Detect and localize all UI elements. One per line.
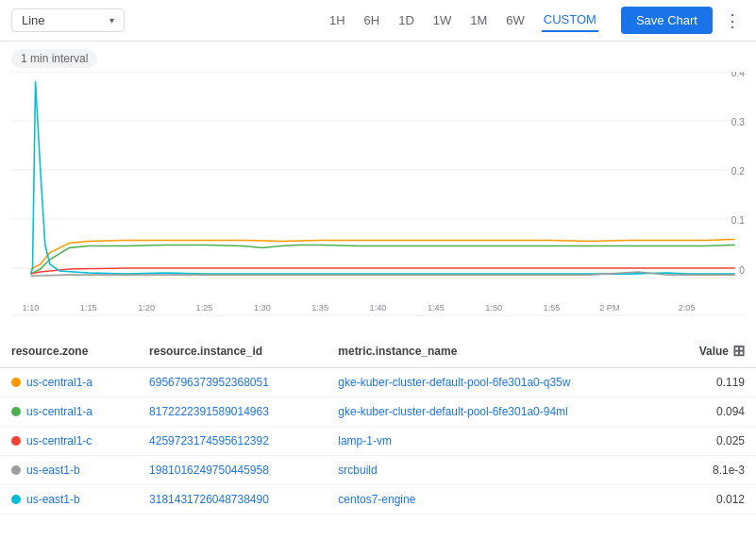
svg-text:0.1: 0.1 [731, 215, 745, 226]
time-filter-1d[interactable]: 1D [396, 9, 416, 31]
svg-text:1:25: 1:25 [196, 303, 213, 312]
line-chart-svg: 0.4 0.3 0.2 0.1 0 1:10 1:15 1:20 1:25 1:… [11, 72, 745, 317]
svg-text:1:10: 1:10 [23, 303, 40, 312]
cell-zone-4: us-east1-b [0, 485, 138, 515]
svg-text:1:55: 1:55 [544, 303, 561, 312]
svg-text:1:20: 1:20 [138, 303, 155, 312]
col-header-value: Value ⊞ [665, 334, 756, 368]
time-filter-1h[interactable]: 1H [328, 9, 347, 31]
table-row: us-east1-b 3181431726048738490 centos7-e… [0, 485, 756, 515]
time-filter-group: 1H 6H 1D 1W 1M 6W CUSTOM [328, 8, 598, 32]
cell-value-2: 0.025 [665, 427, 756, 456]
instance-id-link-3[interactable]: 1981016249750445958 [149, 464, 269, 477]
time-filter-1w[interactable]: 1W [431, 9, 454, 31]
legend-dot-2 [11, 436, 21, 446]
svg-text:0.3: 0.3 [731, 117, 745, 127]
table-header-row: resource.zone resource.instance_id metri… [0, 334, 756, 368]
cell-metric-4: centos7-engine [327, 485, 665, 515]
cell-metric-2: lamp-1-vm [327, 427, 665, 456]
chart-type-dropdown[interactable]: Line ▾ [11, 8, 125, 32]
svg-text:2 PM: 2 PM [599, 303, 619, 312]
cell-value-0: 0.119 [665, 368, 756, 397]
chart-svg-wrapper: 0.4 0.3 0.2 0.1 0 1:10 1:15 1:20 1:25 1:… [11, 72, 745, 317]
time-filter-1m[interactable]: 1M [468, 9, 489, 31]
svg-text:1:45: 1:45 [428, 303, 445, 312]
legend-dot-4 [11, 495, 21, 504]
metric-name-link-0[interactable]: gke-kuber-cluster-default-pool-6fe301a0-… [338, 376, 570, 389]
metric-name-link-3[interactable]: srcbuild [338, 464, 377, 477]
svg-text:1:35: 1:35 [311, 303, 328, 312]
cell-zone-2: us-central1-c [0, 427, 138, 456]
chart-type-label: Line [22, 13, 102, 27]
svg-text:0.2: 0.2 [731, 166, 745, 177]
chart-line-green [30, 245, 734, 275]
instance-id-link-2[interactable]: 4259723174595612392 [149, 434, 269, 447]
metrics-table: resource.zone resource.instance_id metri… [0, 334, 756, 515]
cell-metric-0: gke-kuber-cluster-default-pool-6fe301a0-… [327, 368, 665, 397]
metric-name-link-4[interactable]: centos7-engine [338, 493, 415, 506]
table-row: us-central1-c 4259723174595612392 lamp-1… [0, 427, 756, 456]
chart-line-orange [30, 239, 734, 269]
cell-instance-id-3: 1981016249750445958 [138, 456, 327, 485]
svg-text:0.4: 0.4 [731, 72, 745, 78]
legend-dot-3 [11, 465, 21, 475]
time-filter-6h[interactable]: 6H [362, 9, 382, 31]
dropdown-arrow-icon: ▾ [109, 15, 114, 25]
zone-link-3[interactable]: us-east1-b [26, 464, 80, 477]
metric-name-link-1[interactable]: gke-kuber-cluster-default-pool-6fe301a0-… [338, 405, 567, 418]
header-bar: Line ▾ 1H 6H 1D 1W 1M 6W CUSTOM Save Cha… [0, 0, 756, 42]
interval-badge: 1 min interval [11, 49, 97, 68]
zone-link-1[interactable]: us-central1-a [26, 405, 92, 418]
zone-link-0[interactable]: us-central1-a [26, 376, 92, 389]
legend-dot-0 [11, 378, 21, 387]
zone-link-2[interactable]: us-central1-c [26, 434, 92, 447]
svg-text:2:05: 2:05 [679, 303, 696, 312]
table-row: us-central1-a 8172222391589014963 gke-ku… [0, 397, 756, 427]
svg-text:1:50: 1:50 [485, 303, 502, 312]
cell-instance-id-4: 3181431726048738490 [138, 485, 327, 515]
cell-metric-1: gke-kuber-cluster-default-pool-6fe301a0-… [327, 397, 665, 427]
table-column-icon[interactable]: ⊞ [732, 342, 745, 360]
cell-value-4: 0.012 [665, 485, 756, 515]
instance-id-link-1[interactable]: 8172222391589014963 [149, 405, 269, 418]
svg-text:1:15: 1:15 [80, 303, 97, 312]
time-filter-custom[interactable]: CUSTOM [542, 8, 598, 32]
time-filter-6w[interactable]: 6W [504, 9, 527, 31]
cell-zone-0: us-central1-a [0, 368, 138, 397]
svg-text:0: 0 [739, 265, 745, 276]
cell-value-3: 8.1e-3 [665, 456, 756, 485]
metric-name-link-2[interactable]: lamp-1-vm [338, 434, 392, 447]
chart-line-cyan [30, 81, 734, 274]
save-chart-button[interactable]: Save Chart [621, 7, 713, 34]
cell-metric-3: srcbuild [327, 456, 665, 485]
chart-container: 1 min interval 0.4 0.3 0.2 0.1 0 1:10 1:… [0, 42, 756, 334]
cell-zone-3: us-east1-b [0, 456, 138, 485]
col-header-instance-id: resource.instance_id [138, 334, 327, 368]
svg-text:1:40: 1:40 [370, 303, 387, 312]
table-row: us-east1-b 1981016249750445958 srcbuild … [0, 456, 756, 485]
cell-value-1: 0.094 [665, 397, 756, 427]
col-header-metric: metric.instance_name [327, 334, 665, 368]
data-table-section: resource.zone resource.instance_id metri… [0, 334, 756, 515]
cell-instance-id-1: 8172222391589014963 [138, 397, 327, 427]
svg-text:1:30: 1:30 [254, 303, 271, 312]
zone-link-4[interactable]: us-east1-b [26, 493, 80, 506]
instance-id-link-0[interactable]: 6956796373952368051 [149, 376, 269, 389]
instance-id-link-4[interactable]: 3181431726048738490 [149, 493, 269, 506]
more-options-icon[interactable]: ⋮ [720, 7, 745, 35]
col-header-zone: resource.zone [0, 334, 138, 368]
table-row: us-central1-a 6956796373952368051 gke-ku… [0, 368, 756, 397]
cell-zone-1: us-central1-a [0, 397, 138, 427]
cell-instance-id-2: 4259723174595612392 [138, 427, 327, 456]
cell-instance-id-0: 6956796373952368051 [138, 368, 327, 397]
legend-dot-1 [11, 407, 21, 416]
